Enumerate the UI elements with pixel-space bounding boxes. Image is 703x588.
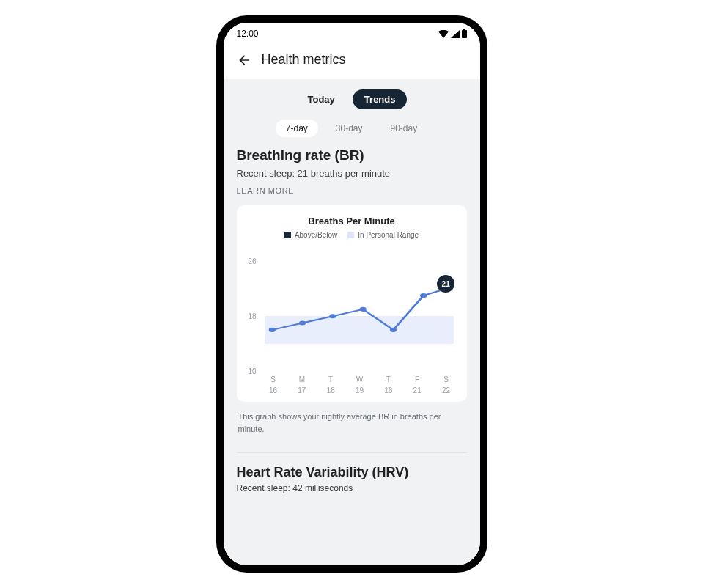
tab-today[interactable]: Today [296, 89, 347, 109]
svg-point-2 [268, 328, 275, 332]
xaxis-col-4: T16 [380, 375, 397, 394]
arrow-left-icon [237, 53, 251, 67]
svg-point-7 [420, 293, 427, 298]
wifi-icon [438, 30, 449, 38]
battery-icon [462, 29, 467, 38]
section-divider [237, 452, 467, 453]
chart-points [265, 246, 454, 371]
range-30-day[interactable]: 30-day [325, 120, 373, 137]
page-title: Health metrics [262, 52, 346, 67]
chart-caption: This graph shows your nightly average BR… [237, 409, 467, 448]
xaxis-col-1: M17 [293, 375, 311, 394]
breathing-rate-subtitle: Recent sleep: 21 breaths per minute [237, 168, 467, 179]
swatch-light-icon [347, 232, 354, 238]
legend-in-range-label: In Personal Range [358, 231, 419, 239]
svg-point-4 [329, 314, 336, 318]
hrv-subtitle: Recent sleep: 42 milliseconds [237, 483, 467, 493]
range-90-day[interactable]: 90-day [380, 120, 428, 137]
chart-area: 26 18 10 [247, 246, 457, 371]
svg-point-3 [298, 320, 305, 325]
xaxis-col-5: F21 [408, 375, 426, 394]
hrv-title: Heart Rate Variability (HRV) [237, 465, 467, 480]
range-selector: 7-day 30-day 90-day [224, 117, 480, 147]
breathing-rate-chart-card: Breaths Per Minute Above/Below In Person… [237, 205, 467, 402]
legend-in-range: In Personal Range [347, 231, 419, 239]
svg-rect-1 [463, 29, 465, 31]
svg-point-5 [359, 307, 366, 312]
phone-frame: 12:00 Health metrics Today Trends 7-day … [216, 15, 487, 573]
chart-highlight-marker: 21 [437, 275, 454, 293]
chart-legend: Above/Below In Personal Range [247, 231, 457, 239]
signal-icon [451, 30, 460, 38]
breathing-rate-title: Breathing rate (BR) [237, 147, 467, 163]
xaxis-col-6: S22 [437, 375, 454, 394]
status-icons [438, 29, 467, 38]
chart-highlight-value: 21 [442, 280, 450, 288]
content-scroll[interactable]: Today Trends 7-day 30-day 90-day Breathi… [224, 79, 480, 565]
status-time: 12:00 [237, 29, 259, 39]
svg-rect-0 [462, 30, 467, 38]
tab-trends[interactable]: Trends [353, 89, 408, 109]
xaxis-col-2: T18 [322, 375, 339, 394]
ytick-26: 26 [249, 257, 257, 265]
ytick-10: 10 [249, 367, 257, 375]
status-bar: 12:00 [224, 23, 480, 42]
chart-plot: 21 [265, 246, 454, 371]
swatch-dark-icon [284, 232, 291, 238]
tab-switch: Today Trends [224, 79, 480, 117]
svg-point-6 [389, 328, 396, 332]
xaxis-col-3: W19 [350, 375, 368, 394]
app-header: Health metrics [224, 42, 480, 79]
chart-title: Breaths Per Minute [247, 216, 457, 227]
chart-x-axis: S16 M17 T18 W19 T16 F21 S22 [247, 371, 457, 394]
breathing-rate-section: Breathing rate (BR) Recent sleep: 21 bre… [224, 147, 480, 493]
ytick-18: 18 [249, 312, 257, 320]
legend-above-below: Above/Below [284, 231, 337, 239]
screen: 12:00 Health metrics Today Trends 7-day … [224, 23, 480, 565]
range-7-day[interactable]: 7-day [276, 120, 318, 137]
learn-more-link[interactable]: LEARN MORE [237, 186, 467, 195]
xaxis-col-0: S16 [265, 375, 282, 394]
legend-above-below-label: Above/Below [295, 231, 337, 239]
back-button[interactable] [237, 53, 251, 67]
